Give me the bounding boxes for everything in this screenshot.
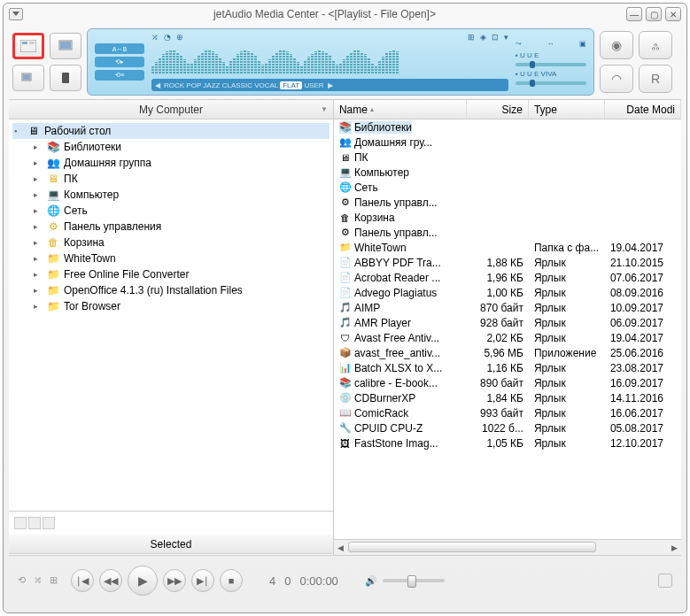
- file-size: 2,02 КБ: [467, 332, 529, 344]
- tree-item[interactable]: ▸📁Tor Browser: [32, 298, 329, 314]
- preset-jazz[interactable]: JAZZ: [203, 81, 220, 89]
- collapse-icon[interactable]: ▪: [14, 127, 23, 135]
- folder-tree[interactable]: ▪ 🖥 Рабочий стол ▸📚Библиотеки▸👥Домашняя …: [9, 119, 333, 511]
- file-row[interactable]: ⚙Панель управл...: [334, 195, 681, 210]
- preset-flat[interactable]: FLAT: [280, 81, 302, 89]
- ab-repeat-chip[interactable]: A↔B: [95, 43, 144, 54]
- tree-item[interactable]: ▸💻Компьютер: [32, 187, 329, 203]
- tree-item[interactable]: ▸📁Free Online File Converter: [32, 266, 329, 282]
- shuffle-icon[interactable]: ⤮: [34, 574, 46, 587]
- file-row[interactable]: 📚Библиотеки: [334, 119, 681, 135]
- app-menu-button[interactable]: [9, 8, 23, 20]
- next-button[interactable]: ▶∣: [191, 569, 214, 592]
- expand-icon[interactable]: ▸: [34, 142, 43, 151]
- file-row[interactable]: 📄Acrobat Reader ...1,96 КБЯрлык07.06.201…: [334, 270, 681, 285]
- file-row[interactable]: 🖥ПК: [334, 150, 681, 165]
- col-header-name[interactable]: Name▴: [334, 100, 467, 119]
- bbe-slider[interactable]: [516, 63, 586, 66]
- tree-header[interactable]: My Computer ▼: [9, 100, 333, 119]
- playbar-extra-button[interactable]: [658, 574, 672, 588]
- file-row[interactable]: 📊Batch XLSX to X...1,16 КБЯрлык23.08.201…: [334, 360, 681, 375]
- preset-prev[interactable]: ◀: [155, 81, 160, 89]
- sel-tool-3[interactable]: [43, 517, 55, 529]
- preset-next[interactable]: ▶: [328, 81, 333, 89]
- tree-item[interactable]: ▸⚙Панель управления: [32, 219, 329, 235]
- rip-button[interactable]: R: [639, 65, 672, 93]
- col-header-date[interactable]: Date Modi: [605, 100, 681, 119]
- sel-tool-1[interactable]: [14, 517, 27, 529]
- file-row[interactable]: 💻Компьютер: [334, 165, 681, 180]
- file-row[interactable]: 🛡Avast Free Antiv...2,02 КБЯрлык19.04.20…: [334, 330, 681, 345]
- stop-button[interactable]: ■: [220, 569, 243, 592]
- file-row[interactable]: 🔧CPUID CPU-Z1022 б...Ярлык05.08.2017: [334, 420, 681, 435]
- play-button[interactable]: ▶: [128, 566, 158, 596]
- tree-item[interactable]: ▸📁OpenOffice 4.1.3 (ru) Installation Fil…: [32, 282, 329, 298]
- burn-button[interactable]: ஃ: [639, 31, 672, 59]
- file-list[interactable]: 📚Библиотеки👥Домашняя гру...🖥ПК💻Компьютер…: [334, 119, 681, 539]
- tree-item[interactable]: ▸🖥ПК: [32, 171, 329, 187]
- expand-icon[interactable]: ▸: [34, 286, 43, 295]
- sel-tool-2[interactable]: [28, 517, 41, 529]
- repeat-icon[interactable]: ⟲: [18, 574, 30, 587]
- preset-pop[interactable]: POP: [186, 81, 201, 89]
- view-mode-4-button[interactable]: [50, 65, 81, 91]
- maximize-button[interactable]: ▢: [646, 7, 662, 21]
- tree-item[interactable]: ▸🌐Сеть: [32, 203, 329, 219]
- file-row[interactable]: 💿CDBurnerXP1,84 КБЯрлык14.11.2016: [334, 390, 681, 405]
- file-row[interactable]: 🗑Корзина: [334, 210, 681, 225]
- file-row[interactable]: 📖ComicRack993 байтЯрлык16.06.2017: [334, 405, 681, 420]
- scroll-right-icon[interactable]: ▶: [667, 540, 681, 556]
- expand-icon[interactable]: ▸: [34, 222, 43, 231]
- tree-item[interactable]: ▸📁WhiteTown: [32, 250, 329, 266]
- chip-3[interactable]: ⟲≡: [95, 70, 144, 81]
- expand-icon[interactable]: ▸: [34, 238, 43, 247]
- file-row[interactable]: 🖼FastStone Imag...1,05 КБЯрлык12.10.2017: [334, 435, 681, 450]
- file-size: 1,96 КБ: [467, 272, 529, 284]
- expand-icon[interactable]: ▸: [34, 254, 43, 263]
- col-header-type[interactable]: Type: [529, 100, 605, 119]
- file-row[interactable]: 📦avast_free_antiv...5,96 МБПриложение25.…: [334, 345, 681, 360]
- file-row[interactable]: 🎵AIMP870 байтЯрлык10.09.2017: [334, 300, 681, 315]
- preset-user[interactable]: USER: [304, 81, 323, 89]
- expand-icon[interactable]: ▸: [34, 190, 43, 199]
- expand-icon[interactable]: ▸: [34, 158, 43, 167]
- tree-item[interactable]: ▸🗑Корзина: [32, 235, 329, 250]
- preset-vocal[interactable]: VOCAL: [254, 81, 278, 89]
- repeat-chip[interactable]: ⟲▸: [95, 57, 144, 67]
- expand-icon[interactable]: ▸: [34, 206, 43, 215]
- scroll-thumb[interactable]: [348, 542, 596, 552]
- effects-icon[interactable]: ⊞: [50, 574, 62, 587]
- horizontal-scrollbar[interactable]: ◀ ▶: [334, 539, 681, 555]
- volume-slider[interactable]: [383, 579, 445, 582]
- expand-icon[interactable]: ▸: [34, 174, 43, 183]
- file-row[interactable]: 🌐Сеть: [334, 180, 681, 195]
- rewind-button[interactable]: ◀◀: [99, 569, 122, 592]
- col-header-size[interactable]: Size: [467, 100, 529, 119]
- speaker-icon[interactable]: 🔊: [365, 575, 377, 587]
- expand-icon[interactable]: ▸: [34, 270, 43, 279]
- prev-button[interactable]: ∣◀: [71, 569, 94, 592]
- view-mode-2-button[interactable]: [50, 33, 81, 59]
- tree-item[interactable]: ▸📚Библиотеки: [32, 139, 329, 155]
- file-row[interactable]: 📁WhiteTownПапка с фа...19.04.2017: [334, 240, 681, 255]
- tree-item[interactable]: ▸👥Домашняя группа: [32, 155, 329, 171]
- view-mode-3-button[interactable]: [12, 65, 44, 91]
- file-row[interactable]: 📄Advego Plagiatus1,00 КБЯрлык08.09.2016: [334, 285, 681, 300]
- record-button[interactable]: ◉: [600, 31, 633, 59]
- file-row[interactable]: 📄ABBYY PDF Tra...1,88 КБЯрлык21.10.2015: [334, 255, 681, 270]
- minimize-button[interactable]: —: [626, 7, 642, 21]
- preset-rock[interactable]: ROCK: [164, 81, 184, 89]
- broadcast-button[interactable]: ◠: [600, 65, 633, 93]
- forward-button[interactable]: ▶▶: [163, 569, 186, 592]
- file-row[interactable]: ⚙Панель управл...: [334, 225, 681, 240]
- file-row[interactable]: 👥Домашняя гру...: [334, 135, 681, 150]
- tree-root-desktop[interactable]: ▪ 🖥 Рабочий стол: [12, 123, 329, 139]
- preset-classic[interactable]: CLASSIC: [222, 81, 252, 89]
- scroll-left-icon[interactable]: ◀: [334, 540, 348, 556]
- file-row[interactable]: 📚calibre - E-book...890 байтЯрлык16.09.2…: [334, 375, 681, 390]
- viva-slider[interactable]: [516, 81, 586, 85]
- view-mode-1-button[interactable]: [12, 33, 44, 59]
- file-row[interactable]: 🎵AMR Player928 байтЯрлык06.09.2017: [334, 315, 681, 330]
- expand-icon[interactable]: ▸: [34, 302, 43, 311]
- close-button[interactable]: ✕: [665, 7, 681, 21]
